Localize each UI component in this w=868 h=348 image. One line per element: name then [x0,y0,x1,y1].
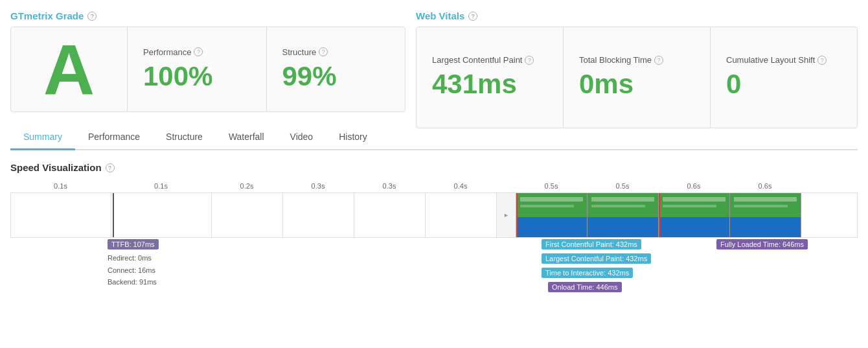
seg-2 [111,193,212,237]
tab-structure[interactable]: Structure [153,125,216,150]
web-vitals-section: Web Vitals ? Largest Contentful Paint ? … [416,10,858,112]
cls-item: Cumulative Layout Shift ? 0 [711,27,857,128]
web-vitals-title: Web Vitals ? [416,10,858,21]
speed-viz-help-icon[interactable]: ? [106,163,115,172]
time-label-7 [496,182,516,190]
time-label-2: 0.1s [111,182,211,190]
gtmetrix-grade-section: GTmetrix Grade ? A Performance ? 100% [10,10,405,112]
ttfb-sub: Redirect: 0ms Connect: 16ms Backend: 91m… [108,252,159,288]
red-line-2 [659,193,660,237]
speed-viz-title: Speed Visualization ? [10,162,858,173]
lcp-value: 431ms [432,69,547,100]
lcp-help-icon[interactable]: ? [525,56,534,65]
ttfb-line [113,193,114,237]
ttfb-label: TTFB: 107ms [108,239,159,249]
tab-history[interactable]: History [326,125,380,150]
structure-value: 99% [282,61,390,92]
ttfb-annotation: TTFB: 107ms Redirect: 0ms Connect: 16ms … [108,239,159,288]
cls-value: 0 [726,69,841,100]
seg-3 [212,193,283,237]
gtmetrix-grade-label: GTmetrix Grade [10,10,84,21]
lcp-label: Largest Contentful Paint: 432ms [542,253,651,264]
tbt-help-icon[interactable]: ? [654,56,663,65]
fcp-label: First Contentful Paint: 432ms [542,239,641,249]
performance-label: Performance ? [143,47,251,57]
lcp-label: Largest Contentful Paint ? [432,55,547,65]
tti-label: Time to Interactive: 432ms [542,268,633,278]
tbt-item: Total Blocking Time ? 0ms [564,27,711,128]
screenshot-3 [659,193,730,237]
time-label-11: 0.6s [729,182,801,190]
tab-summary[interactable]: Summary [10,125,75,150]
time-label-3: 0.2s [211,182,282,190]
performance-help-icon[interactable]: ? [194,47,203,56]
structure-label: Structure ? [282,47,390,57]
time-label-6: 0.4s [425,182,496,190]
cls-label: Cumulative Layout Shift ? [726,55,841,65]
time-labels-row: 0.1s 0.1s 0.2s 0.3s 0.3s 0.4s 0.5s 0.5s … [10,182,858,190]
time-label-10: 0.6s [658,182,729,190]
vitals-box: Largest Contentful Paint ? 431ms Total B… [416,27,858,128]
seg-5 [354,193,426,237]
grade-letter-box: A [11,27,128,111]
screenshot-1 [516,193,588,237]
annotations-area: TTFB: 107ms Redirect: 0ms Connect: 16ms … [10,239,858,323]
gtmetrix-grade-title: GTmetrix Grade ? [10,10,405,21]
fully-loaded-label: Fully Loaded Time: 646ms [716,239,808,249]
web-vitals-help-icon[interactable]: ? [468,12,477,21]
tabs-bar: Summary Performance Structure Waterfall … [10,125,858,150]
tbt-label: Total Blocking Time ? [579,55,694,65]
lcp-annotation: Largest Contentful Paint: 432ms [542,253,651,264]
seg-4 [283,193,354,237]
onload-annotation: Onload Time: 446ms [548,282,622,292]
tab-video[interactable]: Video [277,125,326,150]
time-label-1: 0.1s [10,182,111,190]
grade-metrics: Performance ? 100% Structure ? 99% [128,27,405,111]
tbt-value: 0ms [579,69,694,100]
page: GTmetrix Grade ? A Performance ? 100% [0,0,868,334]
performance-value: 100% [143,61,251,92]
fully-loaded-annotation: Fully Loaded Time: 646ms [716,239,808,249]
speed-viz-section: Speed Visualization ? 0.1s 0.1s 0.2s 0.3… [10,162,858,323]
cls-help-icon[interactable]: ? [817,56,827,65]
structure-help-icon[interactable]: ? [319,47,328,56]
time-label-4: 0.3s [282,182,354,190]
tab-performance[interactable]: Performance [75,125,153,150]
timeline-bar: ► [10,192,858,238]
grade-letter: A [30,27,108,111]
screenshot-4 [730,193,801,237]
seg-6 [426,193,497,237]
screenshot-2 [588,193,659,237]
seg-1 [11,193,111,237]
web-vitals-label: Web Vitals [416,10,464,21]
time-label-5: 0.3s [354,182,425,190]
time-label-9: 0.5s [587,182,658,190]
onload-label: Onload Time: 446ms [548,282,622,292]
scroll-indicator: ► [497,193,516,237]
gtmetrix-grade-help-icon[interactable]: ? [87,12,97,21]
grade-box: A Performance ? 100% Structure ? [10,27,405,112]
structure-metric: Structure ? 99% [267,27,405,111]
lcp-item: Largest Contentful Paint ? 431ms [417,27,564,128]
time-label-8: 0.5s [516,182,587,190]
red-line-1 [516,193,518,237]
tab-waterfall[interactable]: Waterfall [216,125,277,150]
fcp-annotation: First Contentful Paint: 432ms [542,239,641,249]
tti-annotation: Time to Interactive: 432ms [542,268,633,278]
performance-metric: Performance ? 100% [128,27,267,111]
top-row: GTmetrix Grade ? A Performance ? 100% [10,10,858,112]
timeline-wrapper: 0.1s 0.1s 0.2s 0.3s 0.3s 0.4s 0.5s 0.5s … [10,182,858,323]
